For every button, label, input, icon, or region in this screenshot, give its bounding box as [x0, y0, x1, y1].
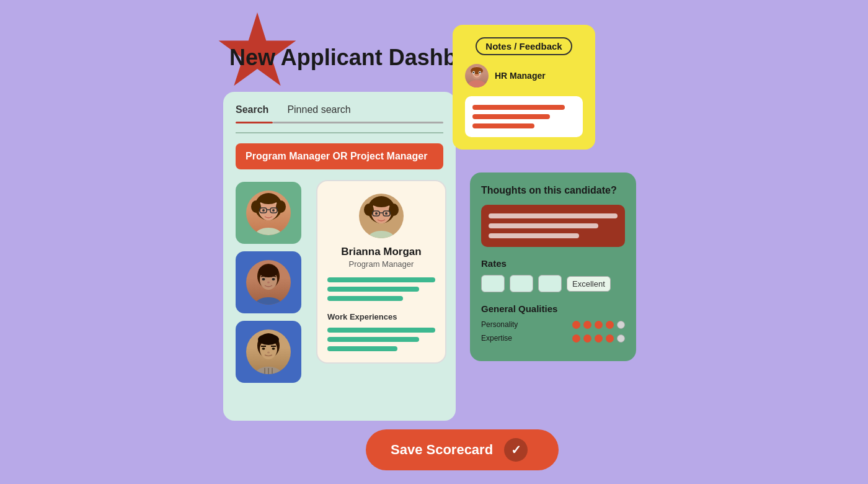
svg-point-25 — [267, 281, 270, 283]
hr-manager-avatar — [465, 64, 489, 87]
candidate-thumb-1[interactable] — [236, 182, 301, 244]
expertise-dot-5[interactable] — [617, 334, 625, 343]
svg-point-29 — [258, 334, 279, 345]
candidate-avatar-2 — [246, 260, 291, 305]
personality-dot-4[interactable] — [606, 321, 614, 329]
expertise-dot-4[interactable] — [606, 334, 614, 343]
scorecard-title: Thoughts on this candidate? — [481, 185, 625, 196]
svg-point-19 — [256, 228, 281, 235]
tab-inactive-underline — [273, 122, 443, 123]
thoughts-box[interactable] — [481, 205, 625, 247]
svg-point-24 — [272, 278, 275, 280]
rate-box-1[interactable] — [481, 275, 505, 292]
work-exp-label: Work Experiences — [327, 312, 435, 321]
svg-point-31 — [272, 347, 275, 350]
tab-underline-row — [236, 122, 443, 123]
svg-point-44 — [371, 197, 391, 207]
hr-manager-label: HR Manager — [495, 71, 546, 81]
expertise-dot-3[interactable] — [595, 334, 603, 343]
notes-content-box — [465, 96, 583, 137]
candidate-thumb-2[interactable] — [236, 251, 301, 313]
notes-line-3 — [472, 123, 534, 128]
rate-box-3[interactable] — [538, 275, 562, 292]
scorecard-panel: Thoughts on this candidate? Rates Excell… — [470, 173, 636, 361]
work-line-3 — [327, 346, 397, 351]
rates-row: Excellent — [481, 275, 625, 292]
notes-feedback-title-row: Notes / Feedback — [465, 37, 583, 55]
svg-point-18 — [272, 209, 275, 212]
svg-point-6 — [473, 72, 474, 73]
personality-dot-1[interactable] — [572, 321, 580, 329]
general-qualities-label: General Qualities — [481, 303, 625, 314]
work-line-2 — [327, 337, 419, 342]
save-scorecard-label: Save Scorecard — [391, 442, 493, 458]
thoughts-line-1 — [489, 213, 618, 218]
notes-hr-row: HR Manager — [465, 64, 583, 87]
search-query-box[interactable]: Program Manager OR Project Manager — [236, 143, 443, 169]
tab-pinned-search[interactable]: Pinned search — [287, 104, 350, 118]
svg-point-48 — [375, 212, 378, 215]
tab-row: Search Pinned search — [236, 104, 443, 118]
thoughts-line-2 — [489, 223, 598, 228]
notes-line-2 — [472, 114, 550, 119]
personality-dot-5[interactable] — [617, 321, 625, 329]
svg-point-1 — [467, 80, 486, 87]
svg-point-3 — [471, 67, 483, 74]
svg-point-22 — [259, 265, 278, 277]
candidate-detail-lines — [327, 277, 435, 301]
svg-point-17 — [262, 209, 265, 212]
expertise-dot-1[interactable] — [572, 334, 580, 343]
candidate-thumb-3[interactable] — [236, 321, 301, 383]
notes-line-1 — [472, 105, 565, 110]
svg-point-26 — [256, 297, 281, 305]
rates-label: Rates — [481, 258, 625, 269]
candidate-detail-card: Brianna Morgan Program Manager Work Expe… — [316, 180, 446, 364]
detail-line-2 — [327, 287, 419, 292]
candidate-name: Brianna Morgan — [327, 246, 435, 258]
quality-dots-personality — [572, 321, 625, 329]
candidate-detail-avatar — [359, 194, 404, 238]
quality-name-expertise: Expertise — [481, 334, 512, 343]
detail-line-3 — [327, 296, 403, 301]
tab-search[interactable]: Search — [236, 104, 268, 118]
rate-box-2[interactable] — [510, 275, 533, 292]
expertise-dot-2[interactable] — [583, 334, 591, 343]
quality-dots-expertise — [572, 334, 625, 343]
notes-feedback-card: Notes / Feedback HR Manager — [453, 25, 595, 150]
svg-point-23 — [262, 278, 265, 280]
save-scorecard-button[interactable]: Save Scorecard ✓ — [366, 429, 559, 470]
quality-name-personality: Personality — [481, 320, 518, 329]
save-check-icon: ✓ — [504, 438, 528, 462]
work-exp-lines — [327, 328, 435, 351]
candidate-avatar-3 — [246, 329, 291, 374]
svg-point-49 — [385, 212, 388, 215]
work-line-1 — [327, 328, 435, 333]
tab-divider — [236, 132, 443, 133]
svg-point-34 — [267, 351, 270, 353]
rate-excellent-label: Excellent — [567, 276, 611, 292]
svg-point-30 — [262, 347, 265, 350]
svg-point-7 — [479, 72, 480, 73]
tab-active-underline — [236, 122, 273, 123]
thoughts-line-3 — [489, 233, 579, 238]
personality-dot-3[interactable] — [595, 321, 603, 329]
candidate-role: Program Manager — [327, 259, 435, 269]
candidate-avatar-1 — [246, 190, 291, 235]
notes-feedback-label: Notes / Feedback — [476, 37, 572, 55]
svg-point-50 — [369, 231, 394, 238]
detail-line-1 — [327, 277, 435, 282]
quality-row-personality: Personality — [481, 320, 625, 329]
personality-dot-2[interactable] — [583, 321, 591, 329]
quality-row-expertise: Expertise — [481, 334, 625, 343]
svg-point-13 — [259, 194, 278, 204]
